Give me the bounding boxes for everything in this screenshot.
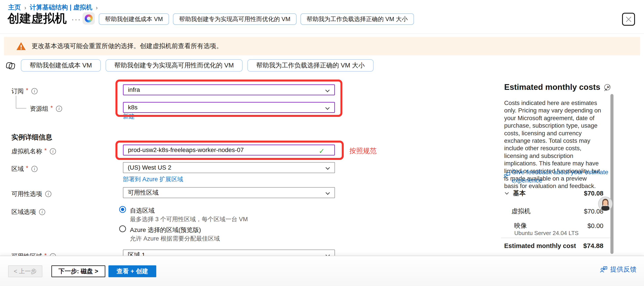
more-menu-button[interactable]: ··· — [72, 15, 81, 24]
copilot-outline-icon — [6, 60, 16, 71]
close-icon — [625, 16, 632, 23]
cost-panel-title-row: Estimated monthly costs i — [504, 83, 610, 92]
info-icon[interactable]: i — [50, 148, 56, 154]
resource-group-label: 资源组* i — [30, 105, 62, 113]
suggestion-low-cost-vm-button[interactable]: 帮助我创建低成本 VM — [21, 59, 101, 72]
info-icon[interactable]: i — [45, 191, 51, 197]
cost-row-sublabel: Ubuntu Server 24.04 LTS — [514, 230, 578, 236]
header-divider — [0, 33, 644, 34]
vm-name-value: prod-usw2-k8s-freeleaps-worker-nodes-07 — [128, 147, 244, 154]
region-value: (US) West US 2 — [128, 164, 172, 171]
chevron-down-icon — [326, 190, 330, 195]
create-new-link[interactable]: 新建 — [123, 112, 135, 120]
cost-group-label: 基本 — [513, 189, 526, 198]
next-disks-button[interactable]: 下一步: 磁盘 > — [51, 265, 105, 277]
estimate-feedback-link[interactable]: Give feedback about your estimate experi… — [512, 168, 611, 184]
resource-group-dropdown[interactable]: k8s — [123, 102, 335, 113]
availability-options-label: 可用性选项 i — [12, 190, 51, 198]
breadcrumb-separator-icon: › — [96, 5, 98, 11]
copilot-suggestions-top: 帮助我创建低成本 VM 帮助我创建专为实现高可用性而优化的 VM 帮助我为工作负… — [99, 14, 414, 25]
info-icon[interactable]: i — [39, 209, 45, 215]
vm-name-annotation: 按照规范 — [350, 146, 377, 156]
radio-azure-selected-zones-label[interactable]: Azure 选择的区域(预览版) — [130, 226, 201, 234]
warning-icon — [16, 42, 26, 51]
region-label: 区域* i — [12, 165, 38, 173]
page-title: 创建虚拟机 — [8, 11, 67, 27]
radio-self-selected-zones-label[interactable]: 自选区域 — [130, 206, 154, 215]
vm-name-input[interactable]: prod-usw2-k8s-freeleaps-worker-nodes-07 … — [123, 145, 335, 156]
radio-self-selected-zones-desc: 最多选择 3 个可用性区域，每个区域一台 VM — [130, 215, 248, 223]
previous-button[interactable]: < 上一步 — [8, 265, 42, 277]
cost-row-label: 映像 — [514, 221, 527, 230]
cost-panel-title: Estimated monthly costs — [504, 83, 600, 92]
cost-total-value: $74.88 — [583, 242, 604, 249]
cost-total-label: Estimated monthly cost — [504, 242, 576, 249]
cost-total-row: Estimated monthly cost $74.88 — [504, 242, 604, 249]
region-dropdown[interactable]: (US) West US 2 — [123, 162, 335, 173]
radio-azure-selected-zones-desc: 允许 Azure 根据需要分配最佳区域 — [130, 235, 220, 242]
resource-group-connector — [16, 96, 26, 109]
subscription-label: 订阅* i — [12, 87, 38, 95]
chevron-down-icon — [326, 165, 330, 170]
suggestion-high-availability-button[interactable]: 帮助我创建专为实现高可用性而优化的 VM — [173, 14, 296, 25]
review-create-button[interactable]: 查看 + 创建 — [108, 265, 156, 277]
suggestion-right-size-button[interactable]: 帮助我为工作负载选择正确的 VM 大小 — [300, 14, 414, 25]
resource-group-value: k8s — [128, 104, 138, 111]
close-button[interactable] — [622, 13, 635, 26]
feedback-person-icon — [600, 266, 608, 273]
availability-options-value: 可用性区域 — [128, 188, 158, 197]
cost-group-row[interactable]: 基本 $70.08 — [504, 189, 604, 198]
copilot-icon[interactable] — [82, 12, 95, 25]
give-feedback-label: 提供反馈 — [610, 265, 636, 274]
cost-row-image: 映像 $0.00 — [504, 221, 604, 230]
info-icon[interactable]: i — [32, 166, 38, 172]
footer-bar: < 上一步 下一步: 磁盘 > 查看 + 创建 提供反馈 — [0, 256, 644, 286]
vertical-scrollbar[interactable] — [610, 94, 614, 254]
cost-row-label: 虚拟机 — [512, 207, 530, 216]
required-mark: * — [26, 87, 28, 94]
chevron-down-icon — [504, 191, 510, 196]
copilot-suggestions-inline: 帮助我创建低成本 VM 帮助我创建专为实现高可用性而优化的 VM 帮助我为工作负… — [6, 59, 374, 72]
info-icon[interactable]: i — [56, 106, 62, 112]
cost-group-value: $70.08 — [584, 190, 604, 197]
required-mark: * — [44, 147, 47, 154]
feedback-icon — [503, 171, 511, 179]
subscription-dropdown[interactable]: infra — [123, 84, 335, 95]
radio-self-selected-zones[interactable] — [119, 206, 126, 213]
azure-extended-zones-link[interactable]: 部署到 Azure 扩展区域 — [123, 175, 183, 183]
breadcrumb-separator-icon: › — [24, 5, 26, 11]
required-mark: * — [26, 165, 28, 172]
warning-banner-text: 更改基本选项可能会重置所做的选择。创建虚拟机前查看所有选项。 — [32, 42, 222, 51]
assistant-avatar[interactable] — [598, 196, 613, 211]
suggestion-right-size-button[interactable]: 帮助我为工作负载选择正确的 VM 大小 — [247, 59, 374, 72]
cost-row-value: $0.00 — [587, 222, 604, 229]
chevron-down-icon — [325, 88, 330, 92]
give-feedback-button[interactable]: 提供反馈 — [600, 265, 636, 274]
availability-options-dropdown[interactable]: 可用性区域 — [123, 187, 335, 198]
required-mark: * — [50, 104, 53, 111]
instance-details-heading: 实例详细信息 — [12, 133, 52, 142]
warning-banner: 更改基本选项可能会重置所做的选择。创建虚拟机前查看所有选项。 — [4, 37, 640, 55]
suggestion-high-availability-button[interactable]: 帮助我创建专为实现高可用性而优化的 VM — [106, 59, 243, 72]
cost-row-vm: 虚拟机 $70.08 — [504, 207, 604, 216]
valid-check-icon: ✓ — [319, 147, 325, 155]
collapse-icon — [604, 85, 611, 92]
info-icon[interactable]: i — [32, 88, 38, 94]
create-vm-page: 主页 › 计算基础结构 | 虚拟机 › 创建虚拟机 ··· 帮助我创建低成本 V… — [0, 0, 644, 286]
suggestion-low-cost-vm-button[interactable]: 帮助我创建低成本 VM — [99, 14, 169, 25]
vm-name-label: 虚拟机名称* i — [12, 147, 56, 156]
chevron-down-icon — [325, 105, 330, 110]
cost-divider — [501, 238, 614, 238]
subscription-value: infra — [128, 86, 140, 93]
zone-options-label: 区域选项 i — [12, 208, 45, 216]
collapse-panel-button[interactable] — [604, 85, 611, 92]
radio-azure-selected-zones[interactable] — [119, 225, 126, 232]
